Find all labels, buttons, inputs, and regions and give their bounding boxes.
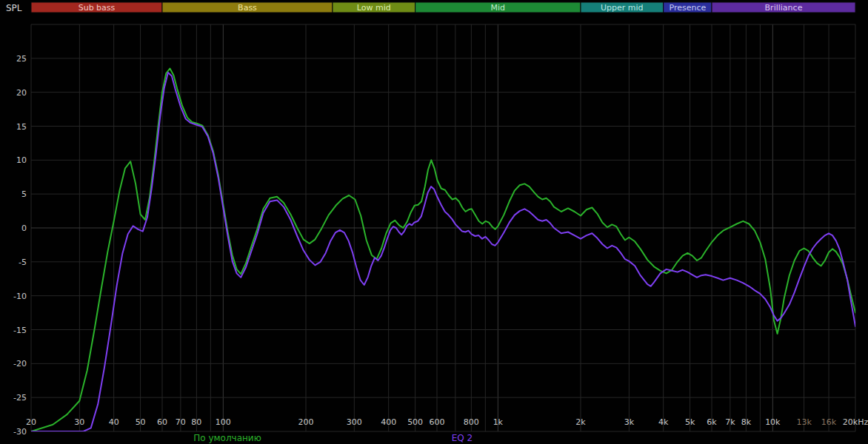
curve-default [31, 69, 855, 431]
frequency-band-bar: Sub bassBassLow midMidUpper midPresenceB… [31, 2, 855, 13]
x-tick-8k: 8k [741, 417, 752, 427]
y-tick-25: 25 [16, 54, 27, 64]
y-tick--15: -15 [13, 326, 27, 335]
band-label-presence: Presence [669, 3, 706, 13]
band-label-upper-mid: Upper mid [601, 3, 644, 13]
y-tick-5: 5 [21, 189, 27, 199]
plot-grid [31, 24, 855, 431]
y-tick-15: 15 [16, 122, 27, 132]
x-tick-300: 300 [347, 417, 362, 427]
band-label-mid: Mid [491, 3, 506, 13]
x-tick-80: 80 [191, 417, 201, 427]
x-tick-20kHz: 20kHz [843, 417, 868, 427]
y-tick--10: -10 [13, 292, 27, 301]
legend: По умолчаниюEQ 2 [193, 433, 473, 443]
frequency-response-chart: SPL Sub bassBassLow midMidUpper midPrese… [0, 0, 868, 444]
x-tick-4k: 4k [658, 417, 669, 427]
y-tick-0: 0 [21, 223, 27, 233]
y-tick-10: 10 [16, 155, 27, 165]
x-tick-400: 400 [381, 417, 396, 427]
band-label-low-mid: Low mid [357, 3, 391, 13]
x-tick-30: 30 [74, 417, 84, 427]
legend-item-eq-2[interactable]: EQ 2 [452, 433, 473, 443]
x-tick-800: 800 [464, 417, 479, 427]
x-tick-13k: 13k [796, 417, 812, 427]
x-tick-5k: 5k [685, 417, 695, 427]
y-tick--25: -25 [13, 393, 27, 403]
y-tick--20: -20 [13, 359, 27, 369]
x-tick-10k: 10k [765, 417, 781, 427]
x-tick-3k: 3k [624, 417, 635, 427]
x-tick-500: 500 [407, 417, 423, 427]
x-tick-1k: 1k [493, 417, 504, 427]
response-curves [31, 69, 855, 431]
x-axis-tick-labels: 203040506070801002003004005006008001k2k3… [26, 417, 868, 427]
x-tick-200: 200 [298, 417, 314, 427]
x-tick-40: 40 [109, 417, 119, 427]
band-label-bass: Bass [238, 3, 257, 13]
x-tick-6k: 6k [707, 417, 717, 427]
spl-axis-label: SPL [6, 3, 22, 13]
x-tick-60: 60 [157, 417, 167, 427]
x-tick-70: 70 [176, 417, 186, 427]
x-tick-16k: 16k [821, 417, 837, 427]
y-axis-tick-labels: 2520151050-5-10-15-20-25-30 [13, 54, 27, 437]
y-tick--30: -30 [13, 427, 27, 437]
x-tick-20: 20 [26, 417, 36, 427]
band-label-sub-bass: Sub bass [79, 3, 116, 13]
y-tick-20: 20 [16, 88, 27, 98]
x-tick-50: 50 [136, 417, 146, 427]
x-tick-600: 600 [430, 417, 445, 427]
x-tick-100: 100 [216, 417, 231, 427]
y-tick--5: -5 [19, 258, 27, 267]
x-tick-2k: 2k [575, 417, 586, 427]
x-tick-7k: 7k [725, 417, 735, 427]
legend-item-по-умолчанию[interactable]: По умолчанию [193, 433, 261, 443]
band-label-brilliance: Brilliance [765, 3, 803, 13]
